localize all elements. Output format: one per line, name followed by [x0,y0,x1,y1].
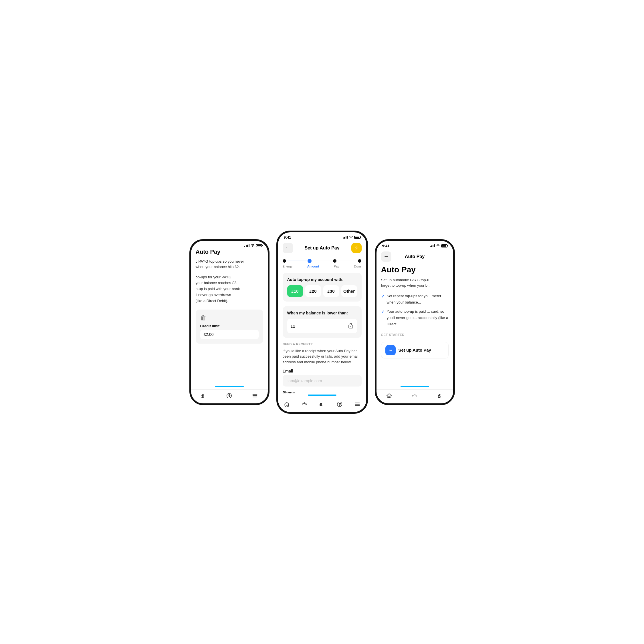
right-back-button[interactable]: ← [381,251,391,262]
center-nav-help[interactable]: ? [336,401,343,407]
svg-text:£: £ [202,394,204,398]
balance-card: When my balance is lower than: £2 [283,306,362,338]
step-label-pay: Pay [334,265,339,268]
center-battery-icon [354,236,360,239]
step-line-3 [336,261,358,261]
left-nav-menu[interactable] [252,393,258,399]
left-nav-bar: £ ? [191,389,268,403]
svg-line-12 [305,403,306,404]
left-title: Auto Pay [196,249,263,255]
checkmark-2: ✓ [381,309,385,316]
left-credit-card: 🗑 Credit limit £2.00 [196,310,263,344]
step-dot-amount [308,259,312,263]
left-nav-pound[interactable]: £ [201,393,207,399]
balance-row: £2 [287,319,357,333]
checkmark-1: ✓ [381,293,385,300]
step-dot-pay [333,259,336,263]
center-nav-graph[interactable] [301,401,308,407]
center-phone: 9:41 [276,231,368,414]
right-main-content: Auto Pay Set up automatic PAYG top-u...f… [377,265,453,385]
center-main-content: Auto top-up my account with: £10 £20 £30… [278,273,366,393]
svg-text:£: £ [438,394,440,398]
amount-btn-30[interactable]: £30 [323,285,339,297]
center-time: 9:41 [284,235,291,239]
email-label: Email [283,369,362,373]
step-dot-done [358,259,361,263]
right-wifi-icon [436,244,440,248]
svg-line-22 [413,395,414,395]
left-status-bar [191,241,268,249]
right-status-bar: 9:41 [377,241,453,249]
step-label-amount: Amount [307,265,319,268]
right-battery-icon [441,244,447,247]
balance-value: £2 [291,324,296,328]
right-features: ✓ Set repeat top-ups for yo... meter whe… [381,293,449,327]
left-desc: c PAYG top-ups so you never when your ba… [196,259,263,270]
setup-auto-pay-button[interactable]: ∞ Set up Auto Pay [381,342,449,358]
center-nav-menu[interactable] [354,401,360,407]
svg-point-8 [302,404,303,405]
setup-btn-label: Set up Auto Pay [399,348,431,352]
amount-btn-10[interactable]: £10 [287,285,303,297]
left-status-icons [244,244,262,247]
phone-label: Phone [283,391,362,393]
center-nav-bar: £ ? [278,398,366,412]
left-wifi-icon [251,244,255,247]
topup-card-title: Auto top-up my account with: [287,277,357,282]
center-wifi-icon [349,235,353,239]
svg-point-10 [306,404,307,405]
center-nav-home[interactable] [284,401,290,407]
get-started-label: GET STARTED [381,333,449,336]
svg-point-20 [414,394,415,395]
bolt-icon: ⚡ [351,243,362,253]
amount-btn-other[interactable]: Other [341,285,357,297]
left-battery-icon [256,244,262,247]
right-home-indicator [401,386,429,387]
right-header: ← Auto Pay [377,249,453,265]
right-feature-1: ✓ Set repeat top-ups for yo... meter whe… [381,293,449,306]
lock-icon [348,322,354,330]
left-features: op-ups for your PAYG your balance reache… [196,274,263,304]
right-feature-2: ✓ Your auto top-up is paid ... card, so … [381,308,449,327]
svg-point-9 [304,402,305,403]
center-signal-icon [343,236,348,239]
center-status-bar: 9:41 [278,232,366,241]
right-status-icons [430,244,447,248]
amount-btn-20[interactable]: £20 [305,285,321,297]
right-nav-home[interactable] [386,393,392,399]
email-input[interactable]: sam@example.com [283,375,362,387]
back-button[interactable]: ← [283,243,293,253]
right-phone: 9:41 [375,239,455,405]
svg-text:?: ? [229,394,230,397]
app-scene: Auto Pay c PAYG top-ups so you never whe… [165,231,479,414]
left-phone: Auto Pay c PAYG top-ups so you never whe… [189,239,270,405]
left-content: Auto Pay c PAYG top-ups so you never whe… [191,249,268,385]
right-title: Auto Pay [381,265,449,274]
svg-line-11 [303,403,304,404]
amount-options: £10 £20 £30 Other [287,285,357,297]
step-dot-energy [283,259,286,263]
center-nav-pound[interactable]: £ [319,401,325,407]
right-nav-graph[interactable] [411,393,418,399]
balance-card-title: When my balance is lower than: [287,311,357,315]
receipt-desc: If you'd like a receipt when your Auto P… [283,348,362,365]
left-nav-help[interactable]: ? [226,393,232,399]
steps-container: Energy Amount Pay Done [278,257,366,273]
svg-line-23 [415,395,416,395]
step-label-energy: Energy [283,265,293,268]
right-nav-bar: £ [377,389,453,403]
back-icon: ← [285,245,290,251]
steps-track [283,259,362,263]
credit-limit-label: Credit limit [200,324,259,328]
center-home-indicator [308,395,336,396]
center-header-title: Set up Auto Pay [304,245,339,251]
left-signal-icon [244,244,249,247]
right-signal-icon [430,244,435,247]
step-line-2 [312,261,333,261]
steps-labels: Energy Amount Pay Done [283,265,362,268]
credit-limit-value: £2.00 [200,330,259,339]
center-header: ← Set up Auto Pay ⚡ [278,241,366,257]
step-line-1 [286,261,308,261]
right-time: 9:41 [382,244,390,248]
right-nav-pound[interactable]: £ [437,393,443,399]
